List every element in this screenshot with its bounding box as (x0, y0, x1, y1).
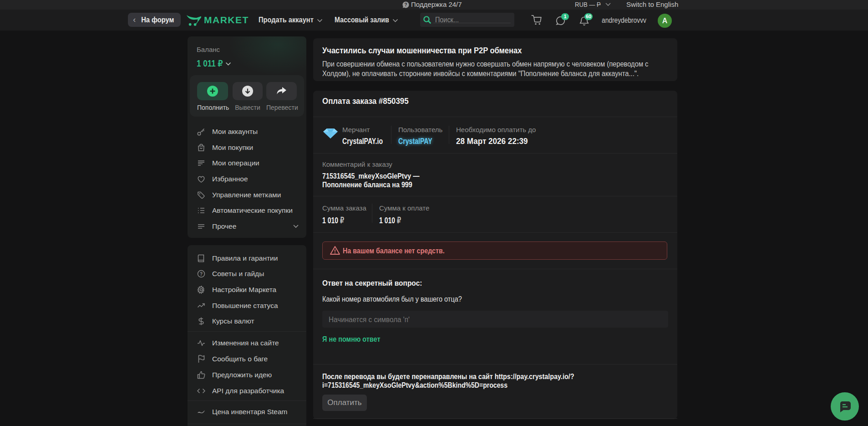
svg-text:?: ? (200, 272, 203, 277)
svg-text:?: ? (404, 2, 407, 7)
